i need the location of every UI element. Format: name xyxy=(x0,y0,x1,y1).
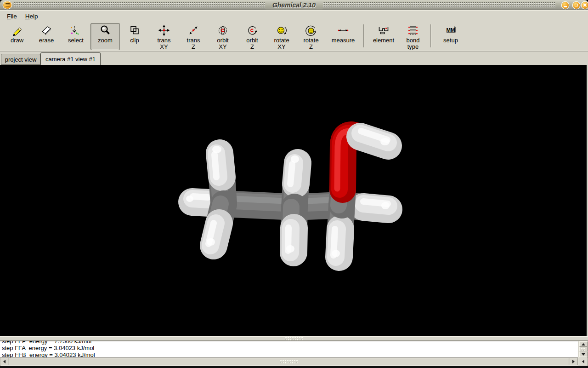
grip-dots-icon xyxy=(581,348,586,351)
translate-xy-icon xyxy=(158,24,170,36)
toolbar-button-draw[interactable]: draw xyxy=(2,23,32,50)
scroll-right-button[interactable] xyxy=(570,358,577,365)
toolbar-label: transZ xyxy=(187,37,200,50)
toolbar-button-element[interactable]: element xyxy=(369,23,398,50)
bond-type-icon xyxy=(407,24,419,36)
toolbar-separator xyxy=(430,24,431,47)
toolbar-label: draw xyxy=(11,37,23,44)
toolbar-button-rotate-xy[interactable]: rotateXY xyxy=(267,23,296,50)
tab-label: project view xyxy=(5,56,37,63)
tab-label: camera #1 view #1 xyxy=(45,56,96,63)
log-line: step FFB energy = 3.04023 kJ/mol xyxy=(2,351,95,357)
measure-icon xyxy=(337,24,349,36)
toolbar-label: zoom xyxy=(98,37,113,44)
minimize-icon xyxy=(564,6,567,7)
minimize-button[interactable] xyxy=(562,2,569,9)
toolbar: draw erase select zoom cl xyxy=(0,22,588,52)
tab-project-view[interactable]: project view xyxy=(1,54,40,65)
rotate-z-smiley-icon xyxy=(305,24,317,36)
clip-icon xyxy=(129,24,141,36)
viewport-3d[interactable] xyxy=(0,65,588,336)
maximize-icon xyxy=(575,4,578,6)
toolbar-label: erase xyxy=(39,37,54,44)
toolbar-label: orbitXY xyxy=(217,37,228,50)
orbit-xy-icon xyxy=(217,24,229,36)
mm-setup-icon: MM xyxy=(445,24,457,36)
window-title: Ghemical 2.10 xyxy=(265,0,323,10)
arrow-down-icon xyxy=(582,353,585,356)
grip-dots-icon xyxy=(280,360,298,363)
window-menu-icon xyxy=(6,3,10,7)
maximize-button[interactable] xyxy=(573,2,580,9)
log-panel: step FFP energy = 7.7500 kJ/mol step FFA… xyxy=(0,341,588,357)
arrow-left-icon xyxy=(582,360,584,363)
menu-help-rest: elp xyxy=(30,13,38,20)
scroll-up-button[interactable] xyxy=(579,341,588,347)
log-line: step FFA energy = 3.04023 kJ/mol xyxy=(2,345,95,351)
orbit-z-icon xyxy=(246,24,258,36)
toolbar-button-zoom[interactable]: zoom xyxy=(90,23,120,50)
log-horizontal-scrollbar xyxy=(0,357,578,366)
toolbar-button-erase[interactable]: erase xyxy=(32,23,61,50)
scroll-thumb[interactable] xyxy=(579,347,588,351)
eraser-icon xyxy=(40,24,52,36)
view-tabbar: project view camera #1 view #1 xyxy=(0,52,588,65)
toolbar-button-clip[interactable]: clip xyxy=(120,23,149,50)
toolbar-button-trans-xy[interactable]: transXY xyxy=(149,23,179,50)
log-line: step FFP energy = 7.7500 kJ/mol xyxy=(2,341,95,345)
menubar: File Help xyxy=(0,10,588,22)
pane-collapse-button[interactable] xyxy=(578,356,588,366)
toolbar-label: element xyxy=(373,37,394,44)
periodic-table-icon xyxy=(378,24,390,36)
toolbar-button-select[interactable]: select xyxy=(61,23,90,50)
menu-file-rest: ile xyxy=(11,13,17,20)
toolbar-label: setup xyxy=(443,37,458,44)
toolbar-label: clip xyxy=(130,37,139,44)
menu-item-file[interactable]: File xyxy=(3,12,21,21)
toolbar-button-orbit-z[interactable]: orbitZ xyxy=(237,23,267,50)
svg-text:MM: MM xyxy=(447,27,455,33)
toolbar-label: transXY xyxy=(158,37,171,50)
toolbar-button-rotate-z[interactable]: rotateZ xyxy=(296,23,326,50)
toolbar-label: bondtype xyxy=(407,37,420,50)
scroll-left-button[interactable] xyxy=(0,358,8,365)
log-lines: step FFP energy = 7.7500 kJ/mol step FFA… xyxy=(2,341,95,357)
toolbar-label: measure xyxy=(332,37,355,44)
menu-file-accel: F xyxy=(7,13,11,20)
ghemical-window: { "window": { "title": "Ghemical 2.10" }… xyxy=(0,0,588,368)
arrow-up-icon xyxy=(582,343,585,345)
rotate-xy-smiley-icon xyxy=(276,24,288,36)
tab-camera-view[interactable]: camera #1 view #1 xyxy=(40,52,101,65)
titlebar[interactable]: Ghemical 2.10 xyxy=(0,0,588,10)
window-title-wrap: Ghemical 2.10 xyxy=(0,0,588,10)
close-button[interactable] xyxy=(582,2,588,9)
toolbar-button-measure[interactable]: measure xyxy=(326,23,361,50)
arrow-right-icon xyxy=(572,360,575,363)
window-bottom-edge xyxy=(0,366,588,368)
pencil-icon xyxy=(11,24,23,36)
log-vertical-scrollbar xyxy=(579,341,588,357)
toolbar-label: rotateXY xyxy=(274,37,289,50)
arrow-left-icon xyxy=(3,360,6,363)
toolbar-label: rotateZ xyxy=(303,37,318,50)
toolbar-button-orbit-xy[interactable]: orbitXY xyxy=(208,23,237,50)
magnifier-icon xyxy=(99,24,111,36)
toolbar-label: orbitZ xyxy=(246,37,258,50)
log-textview[interactable]: step FFP energy = 7.7500 kJ/mol step FFA… xyxy=(0,341,578,357)
menu-help-accel: H xyxy=(25,13,30,20)
menu-item-help[interactable]: Help xyxy=(21,12,42,21)
window-menu-button[interactable] xyxy=(3,1,11,9)
toolbar-label: select xyxy=(68,37,84,44)
toolbar-separator xyxy=(363,24,364,47)
grip-dots-icon xyxy=(285,337,303,340)
molecule[interactable] xyxy=(0,65,588,336)
toolbar-button-trans-z[interactable]: transZ xyxy=(179,23,208,50)
select-arrow-icon xyxy=(70,24,82,36)
paned-handle[interactable] xyxy=(0,336,588,341)
toolbar-button-bond-type[interactable]: bondtype xyxy=(398,23,428,50)
translate-z-icon xyxy=(187,24,199,36)
toolbar-button-setup[interactable]: MM setup xyxy=(436,23,465,50)
scroll-thumb[interactable] xyxy=(9,358,569,365)
